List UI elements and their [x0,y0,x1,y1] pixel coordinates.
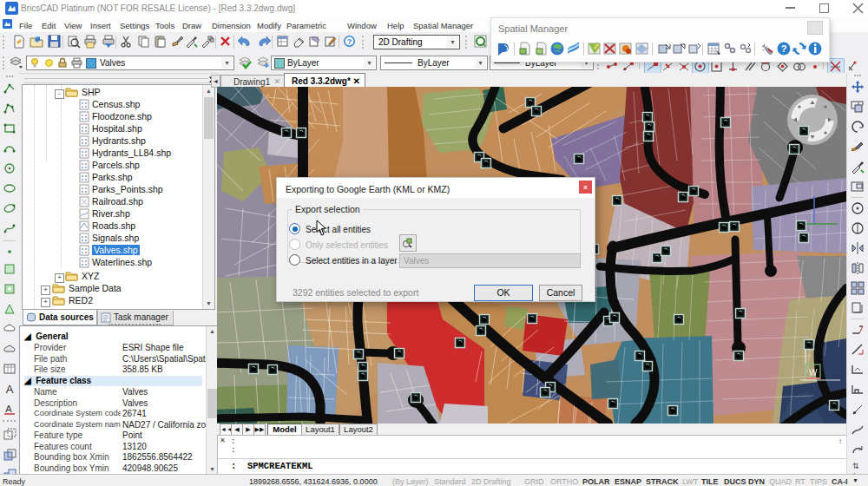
svg-text:?: ? [347,37,352,46]
svg-text:A: A [5,404,12,414]
svg-text:?: ? [781,43,787,54]
svg-text:A: A [6,383,14,396]
svg-text:W: W [809,368,818,378]
